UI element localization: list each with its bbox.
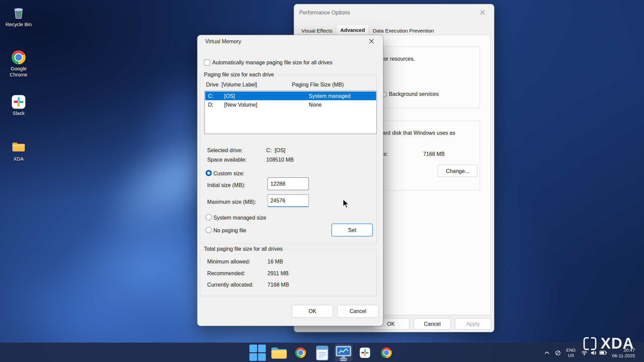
tab-strip: Visual Effects Advanced Data Execution P…: [298, 24, 437, 36]
folder-icon: [1, 139, 36, 155]
system-managed-radio[interactable]: [206, 214, 212, 220]
language-switcher[interactable]: ENG US: [566, 347, 576, 358]
desktop-icon-label: Recycle Bin: [3, 21, 34, 27]
drive-row-c[interactable]: C: [OS] System managed: [205, 92, 376, 100]
language-line2: US: [566, 353, 576, 358]
desktop-icon-slack[interactable]: Slack: [1, 93, 36, 116]
initial-size-label: Initial size (MB):: [207, 182, 246, 188]
minimum-allowed-label: Minimum allowed:: [207, 259, 250, 265]
currently-allocated-label: Currently allocated:: [207, 282, 254, 288]
desktop-icon-label: Google Chrome: [3, 66, 34, 78]
file-explorer-icon: [270, 344, 288, 362]
desktop-icon-recycle-bin[interactable]: Recycle Bin: [1, 4, 36, 27]
mouse-cursor: [341, 198, 350, 209]
selected-drive-label: Selected drive:: [207, 147, 243, 153]
system-properties-button[interactable]: [334, 344, 353, 362]
desktop-icon-google-chrome[interactable]: Google Chrome: [1, 49, 36, 78]
desktop-icon-label: XDA: [3, 156, 34, 162]
drive-volume: [New Volume]: [224, 101, 257, 107]
custom-size-radio[interactable]: [206, 170, 212, 176]
column-header-drive: Drive [Volume Label]: [206, 82, 257, 88]
dialog-title: Virtual Memory: [205, 38, 241, 44]
language-line1: ENG: [566, 347, 576, 353]
close-icon[interactable]: [474, 6, 491, 18]
auto-manage-label[interactable]: Automatically manage paging file size fo…: [212, 59, 332, 65]
total-paging-value: 7168 MB: [423, 151, 445, 157]
screen: Recycle Bin Google Chrome Slack XDA: [0, 0, 644, 362]
close-icon[interactable]: [363, 35, 381, 48]
title-bar[interactable]: Performance Options: [294, 4, 494, 20]
windows-start-icon: [249, 344, 267, 362]
no-paging-file-radio[interactable]: [206, 227, 212, 233]
recommended-value: 2911 MB: [268, 270, 289, 276]
notepad-button[interactable]: [313, 344, 331, 362]
paging-file-group-label: Paging file size for each drive: [202, 71, 276, 77]
maximum-size-input[interactable]: [268, 194, 309, 207]
xda-watermark: XDA: [583, 336, 634, 351]
drive-volume: [OS]: [224, 93, 235, 99]
chrome-icon: [1, 49, 36, 64]
file-explorer-button[interactable]: [270, 344, 288, 362]
cancel-button[interactable]: Cancel: [414, 318, 451, 329]
column-header-size: Paging File Size (MB): [292, 82, 344, 88]
desktop-icon-xda-folder[interactable]: XDA: [1, 139, 36, 162]
virtual-memory-dialog: Virtual Memory Automatically manage pagi…: [197, 35, 383, 326]
notepad-icon: [313, 344, 331, 362]
set-button[interactable]: Set: [331, 224, 373, 236]
taskbar-center-icons: [249, 344, 395, 362]
chrome-button[interactable]: [291, 344, 310, 362]
start-button[interactable]: [249, 344, 267, 362]
drive-paging-size: System managed: [309, 93, 351, 99]
drive-paging-size: None: [309, 101, 322, 107]
chevron-up-icon: [544, 351, 549, 354]
apply-button: Apply: [455, 318, 491, 329]
drive-list[interactable]: C: [OS] System managed D: [New Volume] N…: [204, 91, 377, 134]
chrome-icon: [295, 347, 306, 358]
slack-button[interactable]: [356, 344, 374, 362]
ok-button[interactable]: OK: [292, 305, 333, 318]
date: 06-11-2025: [612, 353, 635, 359]
chrome-window-button[interactable]: [377, 344, 395, 362]
maximum-size-label: Maximum size (MB):: [207, 199, 256, 205]
title-bar[interactable]: Virtual Memory: [197, 35, 383, 48]
chrome-icon: [381, 347, 392, 358]
selected-drive-value: C: [OS]: [266, 147, 285, 153]
drive-letter: C:: [208, 93, 213, 99]
do-not-disturb-button[interactable]: [555, 350, 561, 356]
system-monitor-icon: [334, 344, 353, 362]
tab-advanced[interactable]: Advanced: [336, 24, 369, 36]
drive-row-d[interactable]: D: [New Volume] None: [205, 100, 376, 109]
background-services-label[interactable]: Background services: [389, 91, 439, 97]
total-paging-group-label: Total paging file size for all drives: [202, 246, 284, 252]
no-paging-file-label[interactable]: No paging file: [213, 227, 246, 233]
change-button[interactable]: Change...: [438, 165, 478, 177]
desktop-icon-label: Slack: [3, 111, 34, 117]
auto-manage-checkbox[interactable]: [204, 59, 210, 65]
system-managed-label[interactable]: System managed size: [213, 215, 266, 221]
dialog-title: Performance Options: [299, 9, 350, 15]
minimum-allowed-value: 16 MB: [268, 259, 283, 265]
recycle-bin-icon: [1, 4, 36, 20]
cancel-button[interactable]: Cancel: [337, 305, 379, 318]
initial-size-input[interactable]: [268, 177, 309, 190]
currently-allocated-value: 7168 MB: [268, 282, 289, 288]
slack-icon: [360, 347, 370, 358]
xda-watermark-text: XDA: [601, 336, 634, 351]
recommended-label: Recommended:: [207, 270, 245, 276]
taskbar: ENG US: [0, 343, 644, 362]
space-available-label: Space available:: [207, 157, 247, 163]
slack-icon: [1, 93, 36, 109]
do-not-disturb-icon: [555, 350, 561, 356]
hidden-icons-chevron[interactable]: [544, 351, 549, 354]
custom-size-label[interactable]: Custom size:: [213, 170, 244, 176]
drive-letter: D:: [208, 101, 213, 107]
space-available-value: 108510 MB: [266, 157, 294, 163]
xda-logo-icon: [583, 337, 597, 351]
